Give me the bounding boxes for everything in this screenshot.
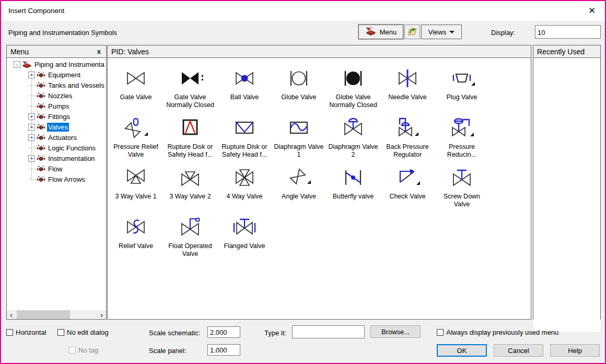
tree-item-instrumentation[interactable]: + Instrumentation bbox=[7, 153, 106, 163]
tree-item-logic-functions[interactable]: Logic Functions bbox=[7, 143, 106, 153]
flanged-valve-icon bbox=[230, 214, 259, 240]
tree-item-label: Flow Arrows bbox=[47, 175, 86, 184]
checkbox-icon[interactable] bbox=[57, 329, 64, 336]
symbol-globe-valve[interactable]: Globe Valve bbox=[272, 64, 326, 114]
symbol-3-way-valve-1[interactable]: 3 Way Valve 1 bbox=[109, 163, 163, 213]
tree-item-fittings[interactable]: + Fittings bbox=[7, 111, 106, 122]
symbol-plug-valve[interactable]: Plug Valve bbox=[435, 64, 489, 114]
collapse-box-icon[interactable]: - bbox=[14, 61, 20, 68]
symbol-needle-valve[interactable]: Needle Valve bbox=[380, 64, 435, 114]
symbol-label: Check Valve bbox=[389, 193, 425, 201]
ok-button[interactable]: OK bbox=[437, 344, 487, 357]
always-display-checkbox[interactable]: Always display previously used menu bbox=[437, 328, 558, 336]
three-way-valve-1-icon bbox=[121, 165, 150, 191]
relief-valve-icon bbox=[121, 214, 150, 240]
symbol-ball-valve[interactable]: Ball Valve bbox=[217, 64, 272, 114]
tree-item-tanks-and-vessels[interactable]: Tanks and Vessels bbox=[7, 80, 106, 90]
symbol-back-pressure-regulator[interactable]: Back Pressure Regulator bbox=[380, 114, 435, 163]
symbol-angle-valve[interactable]: Angle Valve bbox=[272, 163, 326, 213]
symbol-globe-valve-normally-closed[interactable]: Globe Valve Normally Closed bbox=[326, 64, 380, 114]
scroll-left-arrow-icon[interactable]: ‹ bbox=[7, 310, 16, 319]
symbol-rupture-disk-blue[interactable]: Rupture Disk or Safety Head f... bbox=[217, 114, 272, 163]
expand-box-icon[interactable]: + bbox=[28, 155, 35, 162]
symbol-diaphragm-valve-1[interactable]: Diaphragm Valve 1 bbox=[272, 114, 326, 163]
component-icon bbox=[37, 82, 45, 88]
horizontal-checkbox[interactable]: Horizontal bbox=[6, 328, 46, 336]
scrollbar-thumb[interactable] bbox=[17, 310, 70, 319]
previous-menu-button[interactable] bbox=[404, 25, 420, 39]
checkbox-icon bbox=[69, 347, 76, 354]
symbol-label: 3 Way Valve 1 bbox=[115, 193, 156, 201]
symbol-label: Ball Valve bbox=[230, 93, 259, 101]
symbol-flanged-valve[interactable]: Flanged Valve bbox=[217, 213, 272, 263]
symbol-screw-down-valve[interactable]: Screw Down Valve bbox=[435, 163, 489, 213]
display-count-input[interactable] bbox=[535, 25, 601, 39]
rupture-disk-blue-icon bbox=[230, 115, 259, 141]
browse-button[interactable]: Browse... bbox=[370, 325, 421, 338]
symbol-rupture-disk-red[interactable]: Rupture Disk or Safety Head f... bbox=[163, 114, 217, 163]
menu-panel-close-icon[interactable]: x bbox=[96, 48, 102, 55]
type-it-input[interactable] bbox=[292, 325, 365, 338]
symbol-relief-valve[interactable]: Relief Valve bbox=[109, 213, 163, 263]
expand-box-icon[interactable]: + bbox=[28, 72, 35, 78]
tree-item-flow[interactable]: Flow bbox=[7, 163, 106, 174]
tree-item-flow-arrows[interactable]: Flow Arrows bbox=[7, 174, 106, 184]
always-display-checkbox-label: Always display previously used menu bbox=[446, 328, 558, 336]
tree-item-actuators[interactable]: + Actuators bbox=[7, 132, 106, 143]
menu-button-label: Menu bbox=[380, 28, 397, 36]
symbol-label: Pressure Relief Valve bbox=[110, 143, 162, 159]
symbol-label: Butterfly valve bbox=[333, 193, 374, 201]
symbol-gate-valve[interactable]: Gate Valve bbox=[109, 64, 163, 114]
scroll-right-arrow-icon[interactable]: › bbox=[97, 310, 106, 319]
globe-valve-icon bbox=[284, 65, 313, 91]
symbol-float-operated-valve[interactable]: Float Operated Valve bbox=[163, 213, 217, 263]
gate-valve-icon bbox=[121, 65, 150, 91]
menu-panel-header: Menu x bbox=[7, 45, 106, 58]
tree-item-label: Equipment bbox=[47, 71, 81, 79]
symbol-pressure-reducing[interactable]: Pressure Reducin... bbox=[435, 114, 489, 163]
tree-item-piping-and-instrumentation[interactable]: - Piping and Instrumenta bbox=[7, 59, 106, 69]
globe-valve-normally-closed-icon bbox=[339, 65, 368, 91]
bottom-bar: Horizontal No edit dialog No tag Scale s… bbox=[1, 321, 605, 364]
no-edit-dialog-checkbox[interactable]: No edit dialog bbox=[57, 328, 109, 336]
symbol-label: Pressure Reducin... bbox=[436, 143, 488, 159]
symbol-check-valve[interactable]: Check Valve bbox=[380, 163, 435, 213]
cancel-button[interactable]: Cancel bbox=[494, 344, 543, 357]
diaphragm-valve-1-icon bbox=[284, 115, 313, 141]
tree-item-label: Actuators bbox=[47, 133, 78, 142]
close-icon[interactable]: ✕ bbox=[586, 5, 598, 16]
horizontal-checkbox-label: Horizontal bbox=[16, 328, 46, 336]
symbol-gate-valve-normally-closed[interactable]: Gate Valve Normally Closed bbox=[163, 64, 217, 114]
menu-panel-title: Menu bbox=[10, 48, 29, 56]
tree-connector bbox=[28, 85, 36, 86]
symbol-3-way-valve-2[interactable]: 3 Way Valve 2 bbox=[163, 163, 217, 213]
recently-used-title: Recently Used bbox=[537, 48, 585, 56]
tree-item-pumps[interactable]: Pumps bbox=[7, 101, 106, 111]
menu-button[interactable]: Menu bbox=[358, 25, 403, 39]
symbol-4-way-valve[interactable]: 4 Way Valve bbox=[217, 163, 272, 213]
tree-item-label: Fittings bbox=[47, 112, 71, 121]
expand-box-icon[interactable]: + bbox=[28, 124, 35, 131]
symbol-label: Relief Valve bbox=[119, 242, 153, 250]
tree-item-valves[interactable]: + Valves bbox=[7, 122, 106, 132]
help-button[interactable]: Help bbox=[550, 344, 600, 357]
views-button[interactable]: Views bbox=[421, 25, 462, 39]
scale-schematic-input[interactable] bbox=[207, 326, 240, 338]
symbol-label: Float Operated Valve bbox=[164, 242, 216, 258]
symbol-pressure-relief-valve[interactable]: Pressure Relief Valve bbox=[109, 114, 163, 163]
tree-item-equipment[interactable]: + Equipment bbox=[7, 69, 106, 80]
scale-panel-input[interactable] bbox=[207, 344, 240, 356]
library-book-icon bbox=[22, 61, 32, 68]
scrollbar-track[interactable] bbox=[16, 310, 97, 319]
expand-box-icon[interactable]: + bbox=[28, 113, 35, 120]
tree-item-nozzles[interactable]: Nozzles bbox=[7, 90, 106, 101]
expand-box-icon[interactable]: + bbox=[28, 134, 35, 141]
checkbox-icon[interactable] bbox=[6, 329, 13, 336]
symbol-butterfly-valve[interactable]: Butterfly valve bbox=[326, 163, 380, 213]
ball-valve-icon bbox=[230, 65, 259, 91]
checkbox-icon[interactable] bbox=[437, 329, 444, 336]
library-book-icon bbox=[365, 27, 377, 38]
symbol-diaphragm-valve-2[interactable]: Diaphragm Valve 2 bbox=[326, 114, 380, 163]
tree-horizontal-scrollbar[interactable]: ‹ › bbox=[7, 310, 106, 319]
symbol-label: Flanged Valve bbox=[224, 242, 265, 250]
